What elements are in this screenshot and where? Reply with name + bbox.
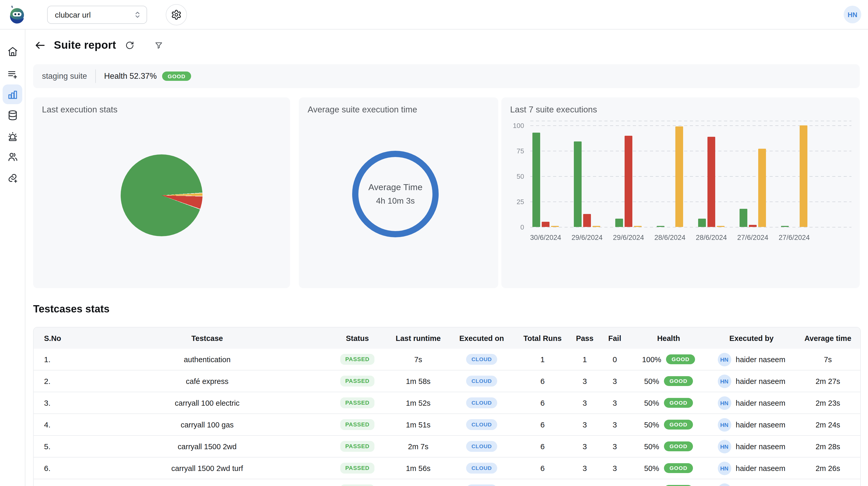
- table-row[interactable]: 3.carryall 100 electricPASSED1m 52sCLOUD…: [34, 392, 860, 414]
- cell-status: PASSED: [326, 463, 389, 474]
- cell-executed-on: CLOUD: [448, 354, 515, 365]
- cell-status: PASSED: [326, 484, 389, 486]
- y-axis-tick: 75: [501, 147, 524, 155]
- status-badge: PASSED: [340, 376, 375, 387]
- x-axis-tick: 27/6/2024: [771, 234, 817, 241]
- refresh-button[interactable]: [124, 39, 136, 51]
- bar-passed: [740, 209, 747, 227]
- cell-fail: 3: [600, 398, 630, 407]
- list-plus-icon: [7, 69, 18, 80]
- health-percent: 50%: [644, 464, 659, 472]
- bar-passed: [698, 219, 706, 227]
- cell-total-runs: 6: [515, 398, 570, 407]
- health-badge: GOOD: [664, 420, 693, 429]
- back-button[interactable]: [33, 38, 46, 52]
- cell-last-runtime: 1m 56s: [389, 464, 448, 472]
- cell-average-time: 2m 28s: [796, 442, 860, 451]
- suite-name: staging suite: [42, 71, 87, 81]
- sidebar-item-test-list[interactable]: [3, 64, 22, 84]
- cell-pass: 3: [570, 377, 600, 386]
- table-row[interactable]: 6.carryall 1500 2wd turfPASSED1m 56sCLOU…: [34, 457, 860, 479]
- executor-name: haider naseem: [736, 355, 785, 363]
- sidebar-item-data[interactable]: [3, 105, 22, 125]
- suite-banner: staging suite Health 52.37% GOOD: [33, 64, 860, 88]
- sidebar-item-alerts[interactable]: [3, 126, 22, 146]
- cell-sno: 3.: [34, 398, 88, 407]
- executor-name: haider naseem: [736, 442, 785, 451]
- pie-chart: [121, 154, 203, 236]
- y-axis-tick: 0: [501, 223, 524, 231]
- cell-last-runtime: 2m 7s: [389, 442, 448, 451]
- cell-executed-on: CLOUD: [448, 441, 515, 452]
- bar-passed: [615, 219, 623, 227]
- health-percent: 50%: [644, 377, 659, 385]
- executor-avatar: HN: [718, 353, 731, 366]
- gear-icon: [171, 9, 182, 20]
- project-select-value: clubcar url: [55, 10, 91, 19]
- health-badge: GOOD: [664, 398, 693, 408]
- avg-time-ring: Average Time 4h 10m 3s: [352, 151, 439, 237]
- column-header-executed-on: Executed on: [448, 334, 515, 342]
- project-select[interactable]: clubcar url: [47, 6, 147, 24]
- cell-health: 50%GOOD: [630, 442, 708, 451]
- cell-fail: 0: [600, 355, 630, 364]
- executor-avatar: HN: [718, 483, 731, 486]
- sidebar-item-team[interactable]: [3, 147, 22, 166]
- cell-testcase: café express: [88, 377, 326, 385]
- table-row[interactable]: 5.carryall 1500 2wdPASSED2m 7sCLOUD63350…: [34, 435, 860, 457]
- x-axis-tick: 28/6/2024: [688, 234, 735, 241]
- cell-status: PASSED: [326, 397, 389, 408]
- status-badge: PASSED: [340, 484, 375, 486]
- table-row[interactable]: 4.carryall 100 gasPASSED1m 51sCLOUD63350…: [34, 414, 860, 435]
- executions-card: Last 7 suite executions 100755025030/6/2…: [501, 97, 860, 288]
- table-row[interactable]: 1.authenticationPASSED7sCLOUD110100%GOOD…: [34, 349, 860, 370]
- cell-executed-by: HNhaider naseem: [708, 461, 796, 475]
- cell-executed-on: CLOUD: [448, 463, 515, 474]
- table-row[interactable]: 2.café expressPASSED1m 58sCLOUD63350%GOO…: [34, 370, 860, 392]
- settings-button[interactable]: [166, 4, 187, 25]
- bar-passed: [532, 132, 540, 227]
- cell-executed-on: CLOUD: [448, 419, 515, 430]
- cell-status: PASSED: [326, 441, 389, 452]
- cell-testcase: carryall 1500 2wd turf: [88, 464, 326, 472]
- column-header-s-no: S.No: [34, 334, 88, 342]
- status-badge: PASSED: [340, 441, 375, 452]
- filter-funnel-icon: [154, 41, 163, 50]
- cloud-badge: CLOUD: [466, 419, 497, 430]
- cloud-badge: CLOUD: [466, 485, 497, 486]
- cell-average-time: 2m 27s: [796, 377, 860, 385]
- status-badge: PASSED: [340, 354, 375, 365]
- column-header-testcase: Testcase: [88, 334, 326, 342]
- bar-passed: [781, 226, 789, 227]
- cell-sno: 6.: [34, 464, 88, 473]
- cell-pass: 3: [570, 398, 600, 407]
- sidebar-item-integrations[interactable]: [3, 168, 22, 188]
- bar-passed: [657, 226, 664, 227]
- table-header-row: S.NoTestcaseStatusLast runtimeExecuted o…: [34, 328, 860, 349]
- status-badge: PASSED: [340, 397, 375, 408]
- bar-skipped: [592, 226, 600, 227]
- sidebar-item-reports[interactable]: [3, 85, 22, 104]
- cell-last-runtime: 1m 52s: [389, 399, 448, 407]
- cell-last-runtime: 1m 58s: [389, 377, 448, 385]
- gridline: [530, 227, 851, 227]
- cell-executed-on: CLOUD: [448, 398, 515, 408]
- health-badge: GOOD: [664, 442, 693, 451]
- sidebar: [0, 29, 25, 486]
- database-icon: [7, 110, 18, 120]
- executor-avatar: HN: [718, 396, 731, 409]
- health-percent: 50%: [644, 399, 659, 407]
- avg-time-label: Average Time: [368, 182, 422, 193]
- cell-status: PASSED: [326, 419, 389, 430]
- user-avatar[interactable]: HN: [844, 6, 861, 23]
- cell-last-runtime: 7s: [389, 355, 448, 363]
- executor-avatar: HN: [718, 418, 731, 431]
- avg-time-title: Average suite execution time: [308, 105, 417, 115]
- page-title: Suite report: [54, 39, 116, 51]
- table-row[interactable]: 7.carryall 1500 dieselPASSED2m 6sCLOUD63…: [34, 479, 860, 486]
- logo-antenna: [11, 6, 13, 8]
- sidebar-item-home[interactable]: [3, 41, 22, 61]
- cell-last-runtime: 1m 51s: [389, 421, 448, 429]
- filter-button[interactable]: [153, 39, 165, 51]
- health-badge: GOOD: [664, 485, 693, 486]
